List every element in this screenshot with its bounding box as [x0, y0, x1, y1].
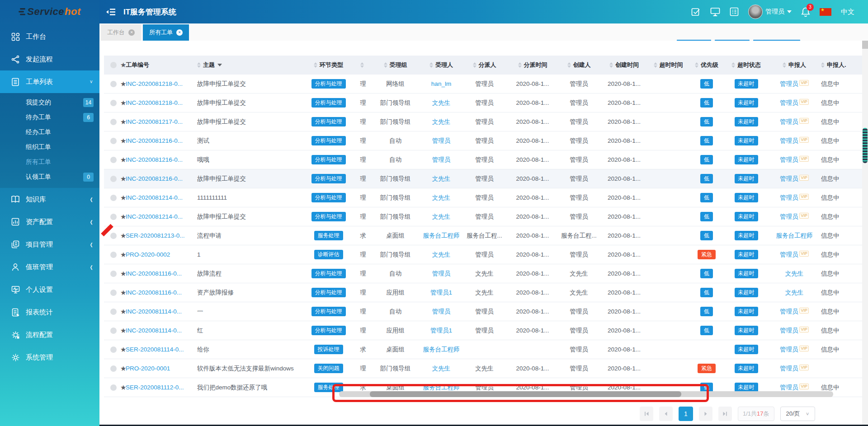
sidebar-item-workbench[interactable]: 工作台	[0, 25, 99, 48]
acceptor-link[interactable]: han_lm	[431, 80, 451, 87]
sort-arrows-icon[interactable]	[429, 62, 433, 68]
sort-arrows-icon[interactable]	[567, 62, 571, 68]
star-icon[interactable]: ★	[120, 270, 126, 278]
select-row-circle[interactable]	[110, 384, 117, 391]
acceptor-link[interactable]: 管理员	[432, 270, 451, 278]
table-row[interactable]: ★INC-2020081114-0...一分析与处理理自动管理员管理员2020-…	[104, 302, 863, 321]
close-icon[interactable]: ✕	[128, 29, 135, 36]
sidebar-subitem-todo-orders[interactable]: 待办工单6	[0, 110, 99, 125]
select-row-circle[interactable]	[110, 195, 117, 201]
acceptor-link[interactable]: 文先生	[432, 194, 451, 202]
column-header-reporter[interactable]: 申报人	[768, 56, 821, 75]
reporter-link[interactable]: 管理员	[780, 365, 798, 373]
acceptor-link[interactable]: 文先生	[432, 365, 451, 373]
column-header-group[interactable]: 受理组	[369, 56, 421, 75]
order-code-link[interactable]: INC-2020081218-0...	[126, 99, 183, 106]
column-header-stub[interactable]	[357, 56, 369, 75]
star-icon[interactable]: ★	[120, 384, 126, 392]
select-row-circle[interactable]	[110, 119, 117, 125]
star-icon[interactable]: ★	[120, 289, 126, 297]
sort-arrows-icon[interactable]	[783, 62, 786, 68]
column-header-dispatcher[interactable]: 分派人	[461, 56, 508, 75]
table-row[interactable]: ★PRO-2020-00021诊断评估理部门领导组文先生管理员2020-08-1…	[104, 245, 863, 264]
sidebar-item-workorder-list[interactable]: 工单列表˅	[0, 70, 99, 93]
acceptor-link[interactable]: 管理员	[432, 308, 451, 316]
star-icon[interactable]: ★	[120, 308, 126, 316]
last-page-button[interactable]	[718, 407, 732, 421]
sidebar-item-start-process[interactable]: 发起流程	[0, 48, 99, 70]
select-all-circle[interactable]	[110, 62, 117, 68]
star-icon[interactable]: ★	[120, 80, 126, 88]
order-code-link[interactable]: SER-2020081114-0...	[126, 346, 184, 353]
column-header-timeout_status[interactable]: 超时状态	[725, 56, 768, 75]
sort-arrows-icon[interactable]	[821, 62, 825, 68]
star-icon[interactable]: ★	[120, 61, 126, 69]
star-icon[interactable]: ★	[120, 213, 126, 221]
language-switcher[interactable]: 中文	[841, 8, 854, 16]
order-code-link[interactable]: PRO-2020-0001	[126, 365, 170, 372]
star-icon[interactable]: ★	[120, 175, 126, 183]
prev-page-button[interactable]	[659, 407, 673, 421]
notifications-bell-icon[interactable]: 3	[801, 7, 810, 17]
select-row-circle[interactable]	[110, 176, 117, 182]
reporter-link[interactable]: 管理员	[780, 327, 798, 335]
avatar[interactable]	[748, 5, 763, 19]
acceptor-link[interactable]: 文先生	[432, 251, 451, 259]
collapse-menu-icon[interactable]	[106, 8, 116, 16]
approve-check-icon[interactable]	[691, 7, 701, 17]
sort-arrows-icon[interactable]	[654, 62, 657, 68]
star-icon[interactable]: ★	[120, 118, 126, 126]
reporter-link[interactable]: 服务台工程师	[776, 232, 813, 240]
acceptor-link[interactable]: 管理员1	[430, 289, 452, 297]
table-row[interactable]: ★SER-2020081213-0...流程申请服务处理求桌面组服务台工程师服务…	[104, 226, 863, 245]
column-header-dept[interactable]: 申报人.	[821, 56, 863, 75]
table-row[interactable]: ★INC-2020081116-0...资产故障报修分析与处理理应用组管理员1文…	[104, 283, 863, 302]
sidebar-item-process-config[interactable]: 流程配置	[0, 323, 99, 346]
column-header-timeout_time[interactable]: 超时时间	[648, 56, 689, 75]
order-code-link[interactable]: INC-2020081216-0...	[126, 175, 183, 182]
table-row[interactable]: ★INC-2020081216-0...测试分析与处理理自动管理员管理员2020…	[104, 131, 863, 150]
table-row[interactable]: ★INC-2020081216-0...哦哦分析与处理理自动管理员管理员2020…	[104, 150, 863, 169]
column-header-dispatch_time[interactable]: 分派时间	[508, 56, 557, 75]
order-code-link[interactable]: SER-2020081112-0...	[126, 384, 184, 391]
reporter-link[interactable]: 文先生	[785, 289, 804, 297]
table-row[interactable]: ★PRO-2020-0001软件版本太低无法支撑最新windows关闭问题理部门…	[104, 359, 863, 378]
sidebar-subitem-claim-orders[interactable]: 认领工单0	[0, 169, 99, 184]
acceptor-link[interactable]: 文先生	[432, 213, 451, 221]
select-row-circle[interactable]	[110, 290, 117, 296]
table-row[interactable]: ★INC-2020081114-0...红分析与处理理应用组管理员1管理员202…	[104, 321, 863, 340]
sidebar-item-report-stats[interactable]: 报表统计	[0, 301, 99, 323]
star-icon[interactable]: ★	[120, 346, 126, 354]
acceptor-link[interactable]: 文先生	[432, 99, 451, 107]
table-row[interactable]: ★SER-2020081114-0...给你投诉处理求桌面组服务台工程师管理员2…	[104, 340, 863, 359]
order-code-link[interactable]: INC-2020081116-0...	[126, 270, 182, 277]
acceptor-link[interactable]: 服务台工程师	[423, 346, 460, 354]
order-code-link[interactable]: INC-2020081114-0...	[126, 308, 182, 315]
order-code-link[interactable]: INC-2020081214-0...	[126, 213, 183, 220]
select-row-circle[interactable]	[110, 328, 117, 334]
sort-arrows-icon[interactable]	[360, 62, 364, 68]
acceptor-link[interactable]: 管理员	[432, 156, 451, 164]
acceptor-link[interactable]: 服务台工程师	[423, 232, 460, 240]
tab-all-orders[interactable]: 所有工单 ✕	[143, 24, 189, 41]
reporter-link[interactable]: 管理员	[780, 118, 798, 126]
acceptor-link[interactable]: 管理员1	[430, 327, 452, 335]
column-header-priority[interactable]: 优先级	[689, 56, 725, 75]
star-icon[interactable]: ★	[120, 194, 126, 202]
acceptor-link[interactable]: 文先生	[432, 118, 451, 126]
close-icon[interactable]: ✕	[176, 29, 183, 36]
order-code-link[interactable]: INC-2020081216-0...	[126, 137, 183, 144]
select-row-circle[interactable]	[110, 252, 117, 258]
order-code-link[interactable]: INC-2020081214-0...	[126, 194, 183, 201]
sidebar-item-duty-mgmt[interactable]: 值班管理❮	[0, 256, 99, 278]
order-code-link[interactable]: INC-2020081116-0...	[126, 289, 182, 296]
sidebar-subitem-org-orders[interactable]: 组织工单	[0, 140, 99, 154]
star-icon[interactable]: ★	[120, 327, 126, 335]
table-row[interactable]: ★INC-2020081217-0...故障申报工单提交分析与处理理部门领导组文…	[104, 112, 863, 131]
star-icon[interactable]: ★	[120, 232, 126, 240]
sidebar-subitem-handled-orders[interactable]: 经办工单	[0, 125, 99, 140]
vertical-scrollbar-thumb[interactable]	[863, 128, 868, 163]
filter-caret-icon[interactable]	[217, 64, 222, 66]
order-code-link[interactable]: INC-2020081217-0...	[126, 118, 183, 125]
reporter-link[interactable]: 管理员	[780, 251, 798, 259]
